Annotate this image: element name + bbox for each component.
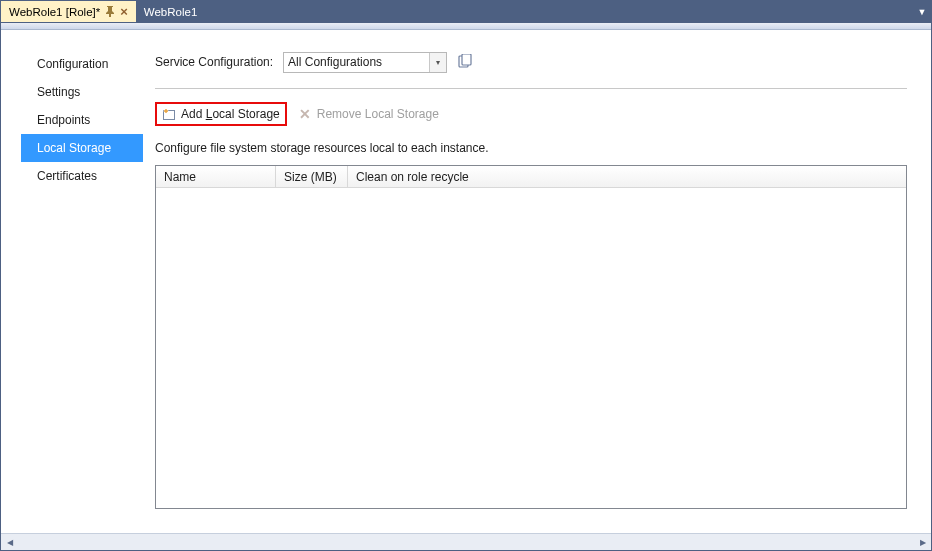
tab-webrole[interactable]: WebRole1: [136, 1, 206, 22]
add-button-label: Add Local Storage: [181, 107, 280, 121]
scroll-right-icon[interactable]: ▶: [914, 534, 931, 550]
col-name[interactable]: Name: [156, 166, 276, 187]
editor-frame: WebRole1 [Role]* × WebRole1 ▼ Configurat…: [0, 0, 932, 551]
col-clean[interactable]: Clean on role recycle: [348, 166, 906, 187]
hint-text: Configure file system storage resources …: [155, 141, 907, 155]
content-wrap: Configuration Settings Endpoints Local S…: [1, 30, 931, 550]
sidebar-item-configuration[interactable]: Configuration: [21, 50, 143, 78]
tabbar-overflow-icon[interactable]: ▼: [913, 1, 931, 22]
remove-icon: ✕: [298, 107, 312, 121]
tabbar: WebRole1 [Role]* × WebRole1 ▼: [1, 1, 931, 23]
add-icon: [162, 107, 176, 121]
service-config-select[interactable]: All Configurations ▾: [283, 52, 447, 73]
sidebar-nav: Configuration Settings Endpoints Local S…: [21, 50, 143, 509]
bottom-scrollbar[interactable]: ◀ ▶: [1, 533, 931, 550]
table-body[interactable]: [156, 188, 906, 508]
add-local-storage-button[interactable]: Add Local Storage: [155, 102, 287, 126]
chevron-down-icon: ▾: [429, 53, 446, 72]
col-size[interactable]: Size (MB): [276, 166, 348, 187]
svg-rect-1: [462, 54, 471, 65]
sidebar-item-local-storage[interactable]: Local Storage: [21, 134, 143, 162]
service-config-value: All Configurations: [288, 55, 382, 69]
divider: [155, 88, 907, 89]
table-header: Name Size (MB) Clean on role recycle: [156, 166, 906, 188]
toolbar: Add Local Storage ✕ Remove Local Storage: [155, 101, 907, 127]
tab-label: WebRole1 [Role]*: [9, 6, 100, 18]
sidebar-item-certificates[interactable]: Certificates: [21, 162, 143, 190]
manage-configs-icon[interactable]: [457, 54, 473, 70]
sidebar-item-endpoints[interactable]: Endpoints: [21, 106, 143, 134]
pin-icon[interactable]: [106, 6, 114, 17]
remove-local-storage-button: ✕ Remove Local Storage: [293, 104, 444, 124]
main-pane: Service Configuration: All Configuration…: [155, 50, 907, 509]
tab-webrole-role[interactable]: WebRole1 [Role]* ×: [1, 1, 136, 22]
scroll-left-icon[interactable]: ◀: [1, 534, 18, 550]
service-config-row: Service Configuration: All Configuration…: [155, 50, 907, 74]
local-storage-table: Name Size (MB) Clean on role recycle: [155, 165, 907, 509]
sidebar-item-settings[interactable]: Settings: [21, 78, 143, 106]
tab-label: WebRole1: [144, 6, 198, 18]
top-gradient-strip: [1, 23, 931, 30]
remove-button-label: Remove Local Storage: [317, 107, 439, 121]
inner-layout: Configuration Settings Endpoints Local S…: [1, 30, 931, 533]
service-config-label: Service Configuration:: [155, 55, 273, 69]
close-icon[interactable]: ×: [120, 5, 128, 18]
